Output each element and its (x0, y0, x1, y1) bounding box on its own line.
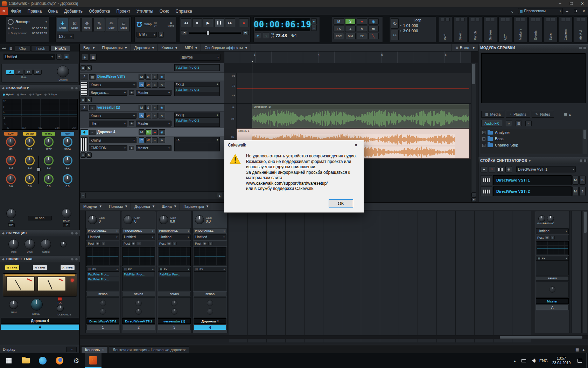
taskbar-edge-icon[interactable] (34, 353, 51, 368)
taskbar-explorer-icon[interactable] (18, 353, 34, 368)
synth-selector-combo[interactable]: DirectWave VSTi 1 (516, 166, 576, 172)
post-row[interactable]: Post-◉- (194, 241, 226, 246)
strip-fx-bin[interactable]: UFX FabFilter Pro-... FabFilter Pro-... (86, 267, 119, 291)
console-vscroll-thumb[interactable] (584, 212, 587, 233)
play-button[interactable] (203, 18, 213, 27)
prochannel-bar[interactable]: PROCHANNEL (158, 228, 191, 233)
sends-header[interactable]: SENDS (158, 292, 191, 297)
close-button[interactable] (577, 0, 588, 7)
tab-notes[interactable]: Notes (532, 111, 554, 118)
track-3-out-combo[interactable]: Master (136, 121, 172, 127)
sat-drive-knob[interactable] (24, 239, 35, 250)
synth-row-2[interactable]: DirectWave VSTi 2 M S (481, 186, 586, 196)
rack-collapse-icon[interactable] (583, 159, 587, 162)
pane-scroll-up-button[interactable] (217, 193, 222, 198)
ce-expand-icon[interactable] (75, 258, 78, 261)
track-3-a-button[interactable]: A (159, 113, 165, 118)
record-button[interactable] (239, 18, 249, 27)
stype-button[interactable]: S-TYPE (5, 265, 20, 270)
track-4-lane-n[interactable]: N (86, 152, 92, 158)
tv-menu-off[interactable]: Выкл. (451, 44, 478, 51)
send-knob[interactable] (135, 300, 142, 306)
track-2-bus-combo[interactable]: Виртуаль... (89, 90, 127, 96)
eq-header[interactable]: ЭКВАЛАЙЗЕР (0, 85, 80, 91)
eq-graph[interactable]: 1260-6-12 201126323.5k20k (2, 99, 78, 130)
track-2-name[interactable]: DirectWave VSTi (97, 75, 136, 79)
atype-button[interactable]: A-TYPE (60, 265, 75, 270)
collapse-inspector-icon[interactable] (1, 47, 7, 50)
track-2-read[interactable]: R (139, 82, 145, 88)
console-menu-strips[interactable]: Полосы (105, 203, 131, 210)
track-4-write[interactable]: W (145, 137, 151, 143)
strip-name[interactable]: DirectWaveVSTi1 (86, 318, 119, 324)
send-knob[interactable] (207, 300, 213, 306)
track-2-solo[interactable]: S (145, 74, 151, 80)
high-q-knob[interactable] (63, 156, 72, 165)
selection-radio-icon[interactable] (8, 32, 9, 35)
time-format-down-button[interactable] (311, 25, 317, 31)
module-punch[interactable]: Punch (468, 16, 482, 42)
track-filter-combo[interactable]: Другое (180, 54, 220, 61)
tempo-value[interactable]: 72.48 (275, 33, 287, 38)
send-knob[interactable] (135, 308, 142, 315)
eq-thumbnail[interactable] (536, 241, 569, 255)
synth-1-solo[interactable]: S (579, 176, 586, 185)
x2-button[interactable]: 2x (357, 33, 367, 39)
menu-process[interactable]: Обработка (86, 7, 113, 15)
gain-knob[interactable] (159, 215, 168, 224)
tray-notifications-icon[interactable] (573, 359, 586, 363)
tool-erase[interactable]: Erase (118, 18, 130, 32)
strip-fx-entry[interactable]: FabFilter Pro-... (87, 272, 119, 277)
tv-menu-tracks[interactable]: Дорожки (131, 44, 158, 51)
tool-move[interactable]: Move (81, 18, 93, 32)
layout-grid-icon[interactable] (516, 121, 522, 126)
tab-console[interactable]: Консоль (81, 346, 108, 353)
bypass-button[interactable] (368, 33, 379, 39)
prochannel-bar[interactable]: PROCHANNEL (122, 228, 155, 233)
track-3-name[interactable]: versesatur (1) (97, 105, 136, 109)
inspector-layout-icon[interactable] (8, 47, 14, 50)
console-menu-options[interactable]: Параметры (180, 203, 212, 210)
gain-knob[interactable] (88, 215, 97, 224)
prochannel-bar[interactable]: PROCHANNEL (194, 228, 226, 233)
fx-global-button[interactable]: FX (334, 26, 344, 32)
pause-button[interactable] (214, 18, 224, 27)
zoom-in-button[interactable] (471, 197, 476, 202)
send-knob[interactable] (100, 300, 106, 306)
track-2-write[interactable]: W (145, 82, 151, 88)
strip-name[interactable]: Дорожка 4 (194, 318, 226, 324)
strip-fx-entry[interactable]: FabFilter Pro-... (87, 277, 119, 281)
dialog-titlebar[interactable]: Cakewalk × (224, 140, 364, 150)
track-3-echo-icon[interactable] (159, 105, 165, 110)
track-4-solo[interactable]: S (145, 129, 151, 135)
track-2-mute[interactable]: M (139, 74, 145, 80)
strip-fx-entry[interactable]: FabFilter Pro-... (123, 272, 154, 277)
himid-q-knob[interactable] (44, 156, 54, 165)
track-2-echo-icon[interactable] (159, 74, 165, 80)
tabbar-collapse-icon[interactable] (582, 347, 584, 352)
marks-label[interactable]: Marks (168, 25, 174, 27)
module-screen[interactable]: Screen (483, 16, 497, 42)
high-gain-knob[interactable] (63, 174, 72, 184)
track-3[interactable]: 3 versesatur (1) M S Клипы R W A FX (1) … (80, 104, 224, 128)
track-2-input-combo[interactable]: Клипы (89, 82, 136, 88)
master-fx-bin[interactable]: UFX (536, 256, 569, 275)
strip-name[interactable]: DirectWaveVSTi1 (122, 318, 155, 324)
ratio-20-button[interactable]: 20 (33, 70, 42, 75)
strip-preset-combo[interactable]: Untitled (158, 234, 191, 240)
fx-filter-icon[interactable]: fx (506, 121, 512, 126)
sends-header[interactable]: SENDS (194, 292, 226, 297)
post-row[interactable]: Post-◉- (536, 235, 569, 240)
track-3-solo[interactable]: S (145, 105, 151, 110)
taskbar-cakewalk-icon[interactable]: ≈ (85, 353, 102, 368)
console-emu-header[interactable]: CONSOLE EMUL (0, 256, 80, 262)
pdc-button[interactable]: PDC (334, 33, 344, 39)
patch-icon[interactable] (525, 121, 532, 126)
sat-mix-knob[interactable] (60, 241, 66, 247)
proch-preset-combo[interactable]: Untitled (4, 54, 55, 60)
menu-file[interactable]: Файл (8, 7, 24, 15)
post-row[interactable]: Post-◉- (86, 241, 119, 246)
menu-utilities[interactable]: Утилиты (133, 7, 156, 15)
strip-preset-combo[interactable]: Untitled (122, 234, 155, 240)
track-3-mute[interactable]: M (139, 105, 145, 110)
